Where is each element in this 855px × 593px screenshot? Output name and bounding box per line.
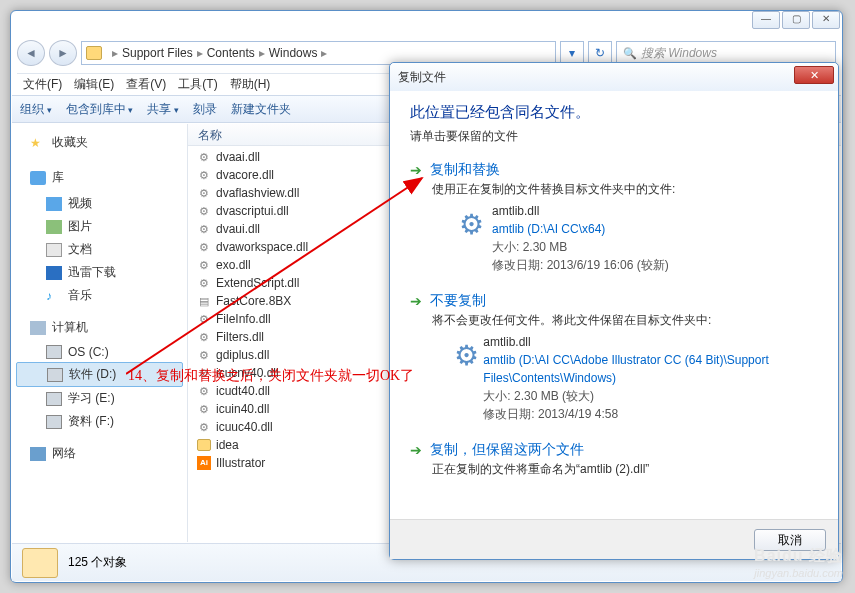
tree-xunlei[interactable]: 迅雷下载: [16, 261, 183, 284]
file-icon: [196, 293, 212, 309]
file-size: 大小: 2.30 MB: [492, 238, 669, 256]
picture-icon: [46, 220, 62, 234]
arrow-icon: ➔: [410, 162, 422, 178]
file-name: dvaai.dll: [216, 150, 260, 164]
crumb-1[interactable]: Support Files: [122, 46, 193, 60]
file-icon: [196, 167, 212, 183]
dialog-subtext: 请单击要保留的文件: [410, 128, 818, 145]
tree-music[interactable]: ♪音乐: [16, 284, 183, 307]
watermark-url: jingyan.baidu.com: [754, 567, 843, 579]
option-desc: 使用正在复制的文件替换目标文件夹中的文件:: [432, 181, 818, 198]
file-gear-icon: ⚙: [450, 333, 483, 377]
tree-video[interactable]: 视频: [16, 192, 183, 215]
document-icon: [46, 243, 62, 257]
drive-icon: [46, 392, 62, 406]
file-icon: [196, 239, 212, 255]
dialog-title: 复制文件: [398, 69, 446, 86]
close-button[interactable]: ✕: [812, 11, 840, 29]
folder-icon: [196, 437, 212, 453]
menu-help[interactable]: 帮助(H): [230, 76, 271, 93]
file-date: 修改日期: 2013/4/19 4:58: [483, 405, 818, 423]
tb-burn[interactable]: 刻录: [193, 101, 217, 118]
option-desc: 将不会更改任何文件。将此文件保留在目标文件夹中:: [432, 312, 818, 329]
tb-include-lib[interactable]: 包含到库中: [66, 101, 134, 118]
file-name: icuin40.dll: [216, 402, 269, 416]
file-name: dvaflashview.dll: [216, 186, 299, 200]
tree-drive-c[interactable]: OS (C:): [16, 342, 183, 362]
tb-organize[interactable]: 组织: [20, 101, 52, 118]
minimize-button[interactable]: ―: [752, 11, 780, 29]
option-title: 复制，但保留这两个文件: [430, 441, 584, 459]
file-name: dvacore.dll: [216, 168, 274, 182]
arrow-icon: ➔: [410, 442, 422, 458]
file-icon: [196, 419, 212, 435]
menu-view[interactable]: 查看(V): [126, 76, 166, 93]
tree-libraries[interactable]: 库: [16, 167, 183, 192]
dialog-close-button[interactable]: ✕: [794, 66, 834, 84]
menu-tools[interactable]: 工具(T): [178, 76, 217, 93]
drive-icon: [46, 415, 62, 429]
crumb-2[interactable]: Contents: [207, 46, 255, 60]
tree-drive-f[interactable]: 资料 (F:): [16, 410, 183, 433]
file-icon: [196, 185, 212, 201]
tree-favorites[interactable]: ★收藏夹: [16, 132, 183, 157]
drive-icon: [47, 368, 63, 382]
option-title: 不要复制: [430, 292, 486, 310]
music-icon: ♪: [46, 289, 62, 303]
download-icon: [46, 266, 62, 280]
file-name: dvascriptui.dll: [216, 204, 289, 218]
crumb-3[interactable]: Windows: [269, 46, 318, 60]
file-icon: [196, 329, 212, 345]
tb-new-folder[interactable]: 新建文件夹: [231, 101, 291, 118]
file-icon: [196, 221, 212, 237]
file-name: gdiplus.dll: [216, 348, 269, 362]
video-icon: [46, 197, 62, 211]
folder-name: idea: [216, 438, 239, 452]
computer-icon: [30, 321, 46, 335]
ai-icon: Ai: [196, 455, 212, 471]
file-gear-icon: ⚙: [450, 202, 492, 246]
status-count: 125 个对象: [68, 554, 127, 571]
option-copy-replace[interactable]: ➔复制和替换 使用正在复制的文件替换目标文件夹中的文件: ⚙ amtlib.dl…: [410, 161, 818, 274]
file-icon: [196, 275, 212, 291]
nav-tree: ★收藏夹 库 视频 图片 文档 迅雷下载 ♪音乐 计算机 OS (C:) 软件 …: [12, 124, 188, 542]
file-name: dvaui.dll: [216, 222, 260, 236]
file-icon: [196, 401, 212, 417]
window-sysbar: ― ▢ ✕: [750, 11, 840, 29]
arrow-icon: ➔: [410, 293, 422, 309]
annotation-text: 14、复制和替换之后，关闭文件夹就一切OK了: [128, 367, 414, 385]
file-name: Filters.dll: [216, 330, 264, 344]
file-name: amtlib.dll: [483, 333, 818, 351]
option-keep-both[interactable]: ➔复制，但保留这两个文件 正在复制的文件将重命名为“amtlib (2).dll…: [410, 441, 818, 478]
file-path: amtlib (D:\AI CC\Adobe Illustrator CC (6…: [483, 351, 818, 387]
forward-button[interactable]: ►: [49, 40, 77, 66]
file-name: ExtendScript.dll: [216, 276, 299, 290]
folder-icon: [86, 46, 102, 60]
tree-documents[interactable]: 文档: [16, 238, 183, 261]
dialog-titlebar: 复制文件 ✕: [390, 63, 838, 91]
tb-share[interactable]: 共享: [147, 101, 179, 118]
dialog-heading: 此位置已经包含同名文件。: [410, 103, 818, 122]
file-icon: [196, 149, 212, 165]
file-icon: [196, 347, 212, 363]
file-name: FastCore.8BX: [216, 294, 291, 308]
tree-drive-e[interactable]: 学习 (E:): [16, 387, 183, 410]
menu-file[interactable]: 文件(F): [23, 76, 62, 93]
option-title: 复制和替换: [430, 161, 500, 179]
tree-computer[interactable]: 计算机: [16, 317, 183, 342]
option-dont-copy[interactable]: ➔不要复制 将不会更改任何文件。将此文件保留在目标文件夹中: ⚙ amtlib.…: [410, 292, 818, 423]
file-icon: [196, 383, 212, 399]
file-icon: [196, 311, 212, 327]
maximize-button[interactable]: ▢: [782, 11, 810, 29]
file-name: amtlib.dll: [492, 202, 669, 220]
file-size: 大小: 2.30 MB (较大): [483, 387, 818, 405]
tree-network[interactable]: 网络: [16, 443, 183, 468]
file-path: amtlib (D:\AI CC\x64): [492, 220, 669, 238]
file-icon: [196, 203, 212, 219]
network-icon: [30, 447, 46, 461]
back-button[interactable]: ◄: [17, 40, 45, 66]
menu-edit[interactable]: 编辑(E): [74, 76, 114, 93]
library-icon: [30, 171, 46, 185]
option-desc: 正在复制的文件将重命名为“amtlib (2).dll”: [432, 461, 818, 478]
tree-pictures[interactable]: 图片: [16, 215, 183, 238]
